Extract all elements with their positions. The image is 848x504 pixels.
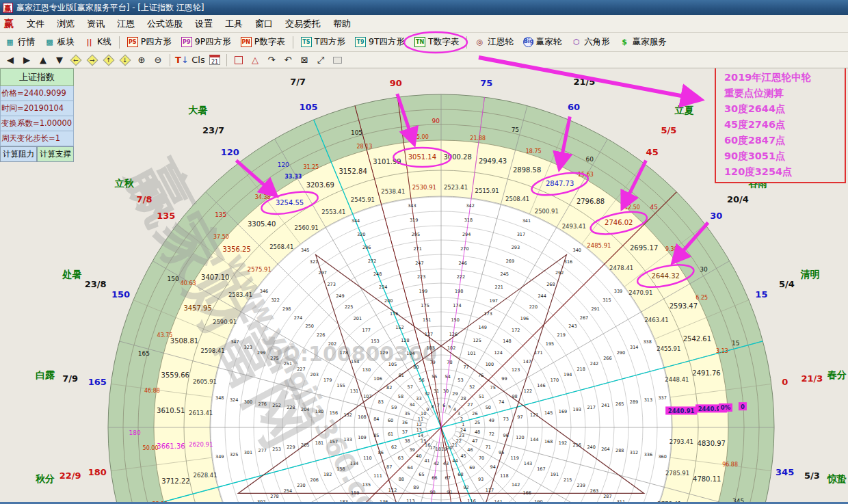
toolbar-button-9P四方形[interactable]: P99P四方形 [176, 34, 236, 51]
menu-item-4[interactable]: 公式选股 [141, 16, 189, 32]
index-info-panel: 上证指数 价格=2440.9099 时间=20190104 变换系数=1.000… [0, 68, 74, 162]
svg-text:大暑: 大暑 [188, 105, 207, 116]
svg-text:318: 318 [464, 217, 473, 223]
svg-text:60: 60 [388, 418, 393, 423]
svg-text:251: 251 [284, 361, 292, 367]
toolbar-button-P数字表[interactable]: PNP数字表 [236, 34, 290, 51]
svg-text:245: 245 [501, 271, 509, 277]
t-down-button[interactable]: T↓ [174, 53, 189, 67]
toolbar-label: 江恩轮 [488, 36, 514, 48]
svg-text:274: 274 [294, 315, 302, 321]
svg-text:45: 45 [460, 453, 466, 459]
svg-text:135: 135 [215, 211, 226, 218]
toolbar-button-赢家服务[interactable]: $赢家服务 [615, 34, 672, 51]
svg-text:150: 150 [451, 317, 459, 323]
resize-button[interactable]: ⤢ [313, 53, 328, 67]
menu-item-2[interactable]: 资讯 [81, 16, 111, 32]
toolbar-button-T数字表[interactable]: TNT数字表 [410, 34, 464, 51]
gann-wheel-icon: ◎ [475, 37, 485, 47]
svg-text:343: 343 [408, 203, 416, 209]
svg-text:2440.91: 2440.91 [668, 408, 695, 414]
triangle-tool-button[interactable]: △ [248, 53, 263, 67]
calendar-button[interactable]: 21 [207, 53, 222, 67]
svg-text:96.88: 96.88 [722, 462, 738, 468]
svg-text:7/9: 7/9 [62, 373, 78, 384]
page-up-button[interactable]: ▲ [36, 53, 51, 67]
svg-text:273: 273 [327, 282, 335, 287]
menu-item-1[interactable]: 浏览 [51, 16, 81, 32]
menu-item-7[interactable]: 窗口 [249, 16, 279, 32]
svg-text:3356.25: 3356.25 [222, 246, 250, 253]
svg-text:129: 129 [380, 350, 388, 356]
screen-button[interactable] [330, 53, 345, 67]
blocks-icon: ▩ [44, 37, 55, 47]
move-up-button[interactable]: ↑ [101, 53, 116, 67]
svg-text:123: 123 [512, 367, 520, 373]
calc-support-button[interactable]: 计算支撑 [37, 146, 74, 162]
svg-text:134: 134 [350, 461, 358, 466]
zoom-out-button[interactable]: ⊖ [150, 53, 165, 67]
rotate-ccw-button[interactable]: ↶ [280, 53, 295, 67]
cls-button[interactable]: Cls [191, 53, 206, 67]
svg-text:228: 228 [287, 405, 295, 410]
svg-text:154: 154 [351, 359, 359, 364]
page-right-button[interactable]: ▶ [19, 53, 34, 67]
svg-text:2785.91: 2785.91 [665, 470, 689, 477]
move-right-button[interactable]: → [85, 53, 100, 67]
svg-text:200: 200 [384, 298, 393, 304]
toolbar-button-六角形[interactable]: ⬡六角形 [566, 34, 615, 51]
menu-item-9[interactable]: 帮助 [327, 16, 357, 32]
svg-text:225: 225 [345, 304, 353, 310]
svg-text:87: 87 [386, 464, 392, 470]
svg-text:90: 90 [432, 118, 440, 124]
menu-item-8[interactable]: 交易委托 [279, 16, 327, 32]
svg-text:110: 110 [363, 455, 371, 461]
svg-text:179: 179 [323, 377, 332, 383]
toolbar-button-P四方形[interactable]: PSP四方形 [122, 34, 176, 51]
svg-text:176: 176 [390, 311, 398, 317]
svg-text:3152.84: 3152.84 [339, 168, 367, 175]
move-left-button[interactable]: ← [68, 53, 83, 67]
svg-text:196: 196 [520, 316, 529, 321]
move-down-button[interactable]: ↓ [118, 53, 133, 67]
toolbar-button-T四方形[interactable]: TST四方形 [296, 34, 350, 51]
svg-text:297: 297 [319, 270, 327, 276]
svg-text:96: 96 [503, 433, 509, 438]
svg-text:21/5: 21/5 [573, 77, 595, 87]
delete-box-button[interactable]: ⊠ [297, 53, 312, 67]
big-wheel-icon: Big [523, 37, 533, 47]
menu-item-5[interactable]: 设置 [189, 16, 219, 32]
svg-text:73: 73 [503, 416, 509, 422]
menu-item-6[interactable]: 工具 [219, 16, 249, 32]
page-left-button[interactable]: ◀ [3, 53, 18, 67]
toolbar-button-K线[interactable]: ||K线 [79, 34, 116, 51]
svg-text:291: 291 [591, 306, 599, 312]
svg-text:3661.36: 3661.36 [157, 442, 185, 450]
zoom-in-button[interactable]: ⊕ [134, 53, 149, 67]
page-down-button[interactable]: ▼ [52, 53, 67, 67]
calc-resistance-button[interactable]: 计算阻力 [0, 146, 37, 162]
svg-text:56: 56 [419, 377, 424, 383]
toolbar-button-板块[interactable]: ▩板块 [40, 34, 79, 51]
svg-text:60: 60 [568, 102, 580, 112]
svg-text:12: 12 [416, 422, 422, 427]
svg-text:92: 92 [463, 485, 468, 490]
svg-text:117: 117 [486, 488, 494, 493]
toolbar-button-江恩轮[interactable]: ◎江恩轮 [470, 34, 518, 51]
menu-item-0[interactable]: 文件 [21, 16, 51, 32]
menu-item-3[interactable]: 江恩 [111, 16, 141, 32]
dollar-icon: $ [620, 37, 630, 47]
toolbar-button-行情[interactable]: ▦行情 [0, 34, 40, 51]
toolbar-button-赢家轮[interactable]: Big赢家轮 [518, 34, 567, 51]
svg-text:4780.11: 4780.11 [693, 475, 721, 483]
toolbar-button-9T四方形[interactable]: T99T四方形 [350, 34, 410, 51]
square-tool-button[interactable] [231, 53, 246, 67]
svg-text:312: 312 [630, 450, 638, 455]
svg-text:2598.41: 2598.41 [201, 347, 225, 354]
svg-text:3407.10: 3407.10 [201, 274, 229, 281]
rotate-cw-button[interactable]: ↷ [264, 53, 279, 67]
svg-text:250: 250 [305, 323, 313, 329]
annotation-line-1: 重要点位测算 [724, 85, 845, 101]
svg-text:180: 180 [315, 409, 323, 414]
svg-text:25.00: 25.00 [413, 134, 429, 140]
